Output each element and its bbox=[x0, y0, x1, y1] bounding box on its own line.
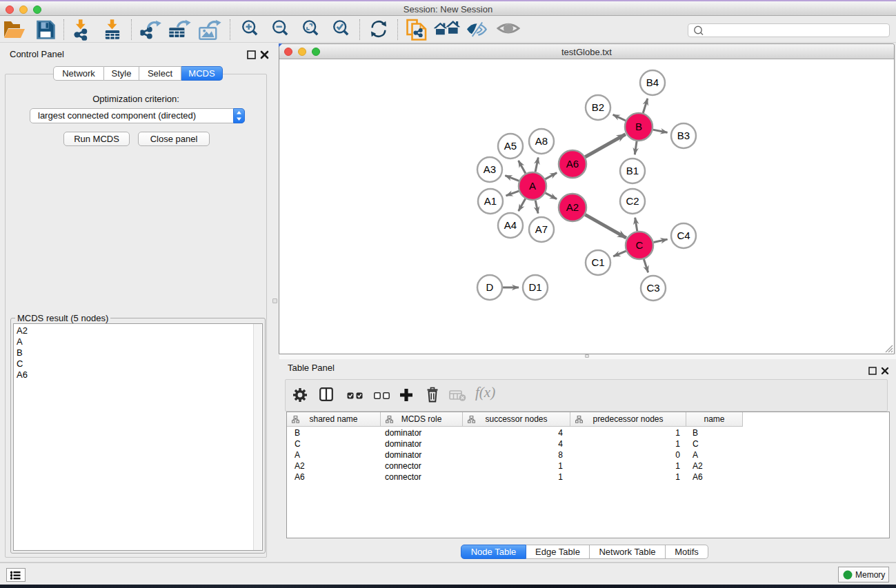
svg-text:C4: C4 bbox=[677, 230, 690, 241]
svg-text:C2: C2 bbox=[626, 195, 639, 207]
svg-text:A8: A8 bbox=[535, 135, 548, 147]
svg-text:A1: A1 bbox=[484, 195, 497, 207]
svg-text:B2: B2 bbox=[592, 101, 604, 113]
svg-text:C: C bbox=[636, 239, 644, 251]
svg-text:A4: A4 bbox=[504, 219, 517, 231]
svg-text:A7: A7 bbox=[535, 223, 548, 235]
svg-text:B3: B3 bbox=[677, 130, 690, 141]
svg-text:A3: A3 bbox=[484, 163, 496, 175]
svg-text:A2: A2 bbox=[566, 201, 579, 213]
svg-text:C3: C3 bbox=[646, 282, 659, 294]
svg-text:D1: D1 bbox=[528, 281, 541, 293]
svg-text:B4: B4 bbox=[646, 77, 659, 88]
svg-text:C1: C1 bbox=[591, 256, 604, 268]
svg-text:D: D bbox=[486, 281, 494, 293]
svg-text:B1: B1 bbox=[626, 165, 639, 176]
svg-text:B: B bbox=[635, 121, 642, 132]
svg-text:A: A bbox=[529, 180, 536, 192]
svg-text:A6: A6 bbox=[566, 158, 579, 170]
svg-text:A5: A5 bbox=[504, 140, 517, 152]
